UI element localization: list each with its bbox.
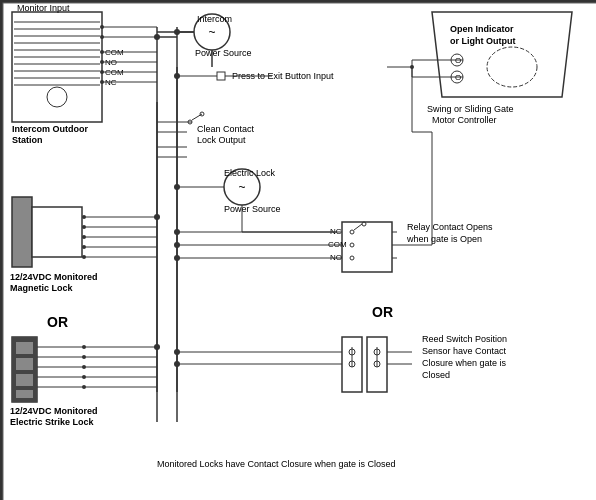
svg-rect-81 xyxy=(16,358,33,370)
svg-point-174 xyxy=(174,361,180,367)
svg-text:~: ~ xyxy=(208,25,215,39)
svg-text:Closure when gate is: Closure when gate is xyxy=(422,358,507,368)
svg-text:Power Source: Power Source xyxy=(224,204,281,214)
svg-text:Electric Strike Lock: Electric Strike Lock xyxy=(10,417,95,427)
svg-text:~: ~ xyxy=(238,180,245,194)
svg-point-40 xyxy=(154,34,160,40)
svg-text:or Light Output: or Light Output xyxy=(450,36,515,46)
svg-rect-114 xyxy=(342,222,392,272)
svg-point-154 xyxy=(154,214,160,220)
svg-text:Swing or Sliding Gate: Swing or Sliding Gate xyxy=(427,104,514,114)
svg-text:Reed Switch Position: Reed Switch Position xyxy=(422,334,507,344)
svg-rect-64 xyxy=(32,207,82,257)
svg-rect-83 xyxy=(16,390,33,398)
svg-text:Power Source: Power Source xyxy=(195,48,252,58)
svg-point-172 xyxy=(174,349,180,355)
svg-text:Electric Lock: Electric Lock xyxy=(224,168,276,178)
svg-point-160 xyxy=(174,229,180,235)
svg-text:OR: OR xyxy=(47,314,68,330)
svg-text:12/24VDC Monitored: 12/24VDC Monitored xyxy=(10,406,98,416)
svg-point-164 xyxy=(174,255,180,261)
svg-text:Open Indicator: Open Indicator xyxy=(450,24,514,34)
svg-point-46 xyxy=(174,29,180,35)
svg-text:Relay Contact Opens: Relay Contact Opens xyxy=(407,222,493,232)
svg-text:Intercom: Intercom xyxy=(197,14,232,24)
svg-point-162 xyxy=(174,242,180,248)
svg-text:Magnetic Lock: Magnetic Lock xyxy=(10,283,74,293)
svg-point-176 xyxy=(174,184,180,190)
svg-text:Monitor Input: Monitor Input xyxy=(17,3,70,13)
svg-rect-82 xyxy=(16,374,33,386)
svg-rect-33 xyxy=(217,72,225,80)
svg-text:Intercom Outdoor: Intercom Outdoor xyxy=(12,124,88,134)
svg-rect-63 xyxy=(12,197,32,267)
svg-text:Lock Output: Lock Output xyxy=(197,135,246,145)
svg-text:Monitored Locks have Contact C: Monitored Locks have Contact Closure whe… xyxy=(157,459,396,469)
svg-text:Station: Station xyxy=(12,135,43,145)
svg-text:when gate is Open: when gate is Open xyxy=(406,234,482,244)
svg-text:12/24VDC Monitored: 12/24VDC Monitored xyxy=(10,272,98,282)
svg-text:Clean Contact: Clean Contact xyxy=(197,124,255,134)
wiring-diagram: Monitor Input COM NO COM NC Intercom Out… xyxy=(0,0,596,500)
svg-text:Closed: Closed xyxy=(422,370,450,380)
svg-text:OR: OR xyxy=(372,304,393,320)
svg-text:Sensor have Contact: Sensor have Contact xyxy=(422,346,507,356)
svg-rect-80 xyxy=(16,342,33,354)
svg-point-166 xyxy=(154,344,160,350)
svg-text:Motor Controller: Motor Controller xyxy=(432,115,497,125)
